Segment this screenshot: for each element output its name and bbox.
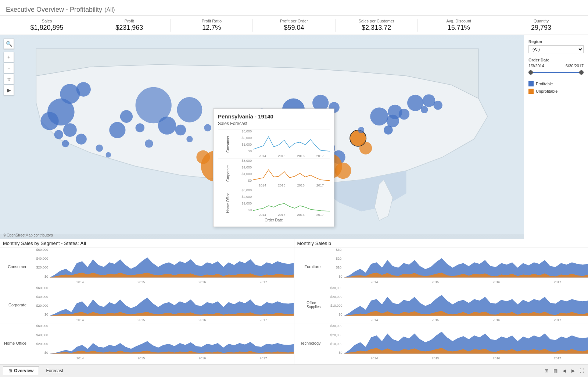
legend-profitable-icon <box>528 81 534 86</box>
date-range-slider[interactable] <box>528 70 584 75</box>
svg-point-46 <box>145 139 153 147</box>
svg-point-6 <box>76 134 86 144</box>
svg-point-38 <box>421 106 428 113</box>
map-favorite-button[interactable]: ☆ <box>4 74 14 84</box>
map-play-button[interactable]: ▶ <box>4 85 14 95</box>
bottom-left-title: Monthly Sales by Segment - States: All <box>0 239 294 248</box>
kpi-profit-ratio: Profit Ratio 12.7% <box>171 19 253 32</box>
chart-row-consumer: Consumer $60,000$40,000$20,000$0 <box>0 248 294 286</box>
svg-point-43 <box>350 130 366 146</box>
tab-bar: ⊞ Overview Forecast ⊞ ▦ ◀ ▶ ⛶ <box>0 364 588 377</box>
chart-row-corporate: Corporate $60,000$40,000$20,000$0 <box>0 286 294 324</box>
svg-marker-56 <box>50 298 294 316</box>
svg-point-11 <box>109 122 125 138</box>
list-view-icon[interactable]: ▦ <box>552 367 559 374</box>
svg-marker-62 <box>344 295 588 316</box>
svg-point-37 <box>433 101 442 110</box>
svg-point-45 <box>105 152 111 158</box>
forecast-homeoffice-row: Home Office $3,000 $2,000 $1,000 $0 <box>218 188 330 217</box>
svg-point-9 <box>120 110 133 123</box>
fullscreen-icon[interactable]: ⛶ <box>578 367 585 374</box>
svg-point-4 <box>54 130 63 139</box>
forecast-consumer-row: Consumer $3,000 $2,000 $1,000 $0 <box>218 129 330 159</box>
region-select[interactable]: (All) <box>528 45 584 53</box>
chart-row-office-supplies: OfficeSupplies $30,000$20,000$10,000$0 <box>294 286 588 324</box>
forecast-x-axis-title: Order Date <box>218 218 330 222</box>
svg-point-53 <box>177 97 202 122</box>
prev-icon[interactable]: ◀ <box>561 367 567 374</box>
legend-unprofitable: Unprofitable <box>528 89 584 94</box>
svg-point-2 <box>41 112 59 130</box>
date-range-values: 1/3/2014 6/30/2017 <box>528 64 584 68</box>
legend-profitable: Profitable <box>528 81 584 86</box>
tooltip-title: Pennsylvania - 19140 <box>218 113 330 120</box>
slider-thumb-left[interactable] <box>528 70 533 75</box>
chart-row-furniture: Furniture $30,$20,$10,$0 <box>294 248 588 286</box>
svg-point-13 <box>175 125 186 135</box>
map-tooltip: Pennsylvania - 19140 Sales Forecast Cons… <box>213 109 334 227</box>
svg-point-34 <box>399 109 409 120</box>
kpi-row: Sales $1,820,895 Profit $231,963 Profit … <box>0 16 588 35</box>
svg-point-51 <box>358 127 364 133</box>
tab-overview[interactable]: ⊞ Overview <box>3 366 39 375</box>
kpi-profit-per-order: Profit per Order $59.04 <box>253 19 335 32</box>
tab-forecast[interactable]: Forecast <box>40 366 69 375</box>
kpi-sales: Sales $1,820,895 <box>6 19 88 32</box>
map-zoom-out-button[interactable]: − <box>4 63 14 73</box>
svg-point-44 <box>96 145 103 152</box>
svg-point-52 <box>136 87 172 123</box>
page-title: Executive Overview - Profitability (All) <box>6 4 582 14</box>
grid-view-icon[interactable]: ⊞ <box>543 367 550 374</box>
svg-point-47 <box>186 136 193 142</box>
right-sidebar: Region (All) Order Date 1/3/2014 6/30/20… <box>524 35 588 239</box>
kpi-avg-discount: Avg. Discount 15.71% <box>418 19 500 32</box>
kpi-profit: Profit $231,963 <box>88 19 171 32</box>
svg-point-5 <box>62 140 69 147</box>
bottom-left-chart: Monthly Sales by Segment - States: All C… <box>0 239 294 364</box>
next-icon[interactable]: ▶ <box>570 367 576 374</box>
legend-unprofitable-icon <box>528 89 534 94</box>
kpi-quantity: Quantity 29,793 <box>500 19 582 32</box>
svg-point-30 <box>370 107 388 125</box>
svg-point-32 <box>384 125 393 135</box>
svg-point-10 <box>136 123 145 132</box>
svg-point-36 <box>423 95 435 107</box>
chart-row-homeoffice: Home Office $60,000$40,000$20,000$0 <box>0 324 294 362</box>
tooltip-subtitle: Sales Forecast <box>218 121 330 126</box>
svg-point-8 <box>76 82 91 96</box>
map-credit: © OpenStreetMap contributors <box>3 233 53 237</box>
svg-point-29 <box>335 163 351 179</box>
forecast-corporate-row: Corporate $3,000 $2,000 $1,000 $0 <box>218 159 330 188</box>
svg-point-48 <box>204 124 211 132</box>
map-search-button[interactable]: 🔍 <box>4 39 14 49</box>
page-header: Executive Overview - Profitability (All) <box>0 0 588 16</box>
svg-point-3 <box>63 123 77 137</box>
chart-row-technology: Technology $30,000$20,000$10,000$0 <box>294 324 588 362</box>
map-controls: 🔍 + − ☆ ▶ <box>4 39 14 95</box>
map-zoom-in-button[interactable]: + <box>4 52 14 62</box>
kpi-sales-per-customer: Sales per Customer $2,313.72 <box>336 19 418 32</box>
svg-point-16 <box>196 150 210 164</box>
slider-thumb-right[interactable] <box>579 70 584 75</box>
bottom-right-chart: Monthly Sales b Furniture $30,$20,$10,$0 <box>294 239 588 364</box>
bottom-right-title: Monthly Sales b <box>294 239 588 248</box>
